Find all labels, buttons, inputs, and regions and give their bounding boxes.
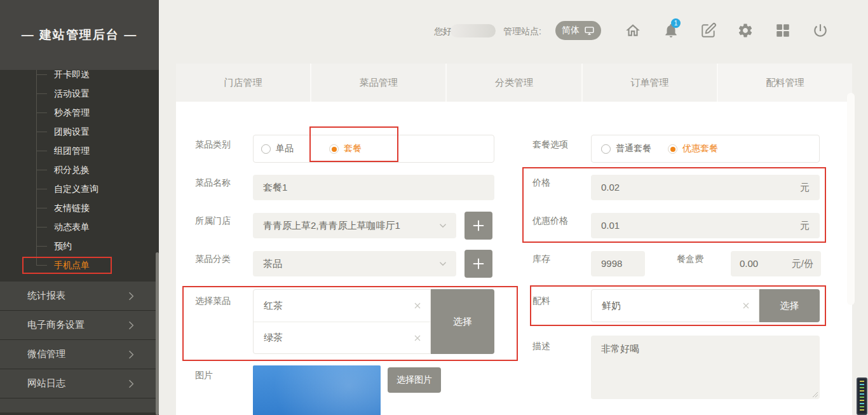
radio-label: 优惠套餐 <box>682 143 718 154</box>
discount-price-label: 优惠价格 <box>532 215 568 227</box>
add-class-button[interactable] <box>465 250 492 278</box>
stock-input[interactable]: 9998 <box>591 251 645 276</box>
grid-icon[interactable] <box>775 22 791 39</box>
boxfee-input[interactable]: 0.00 元/份 <box>731 251 821 276</box>
dish-type-radio-group: 单品 套餐 <box>253 135 494 163</box>
dish-category-type-label: 菜品类别 <box>195 139 231 151</box>
radio-circle <box>329 144 339 154</box>
sidebar-item-seckill[interactable]: 秒杀管理 <box>0 103 159 122</box>
sidebar-group-wechat[interactable]: 微信管理 <box>0 340 159 369</box>
chevron-right-icon <box>125 348 137 361</box>
sidebar-item-links[interactable]: 友情链接 <box>0 198 159 217</box>
dish-class-value: 茶品 <box>263 258 282 269</box>
chevron-down-icon <box>437 220 449 231</box>
dish-class-select[interactable]: 茶品 <box>253 251 456 276</box>
radio-label: 普通套餐 <box>616 143 651 154</box>
add-store-button[interactable] <box>465 212 492 240</box>
sidebar-item-custom-query[interactable]: 自定义查询 <box>0 179 159 198</box>
discount-price-value: 0.01 <box>601 220 620 231</box>
tab-dish-mgmt[interactable]: 菜品管理 <box>311 64 447 102</box>
sidebar-item-points[interactable]: 积分兑换 <box>0 160 159 179</box>
app-title: — 建站管理后台 — <box>0 0 159 70</box>
language-button[interactable]: 简体 <box>555 21 601 40</box>
plus-icon <box>470 217 487 235</box>
radio-single-dish[interactable]: 单品 <box>261 135 294 162</box>
select-dishes-button[interactable]: 选择 <box>431 289 494 354</box>
radio-circle <box>668 144 677 154</box>
discount-price-input[interactable]: 0.01 元 <box>591 213 820 238</box>
main-panel: 门店管理 菜品管理 分类管理 订单管理 配料管理 菜品类别 单品 套餐 菜品名称… <box>176 64 852 415</box>
close-icon[interactable] <box>412 301 423 311</box>
annotation-box-mobile-order <box>22 257 112 274</box>
radio-discount-combo[interactable]: 优惠套餐 <box>668 135 718 162</box>
image-label: 图片 <box>195 370 213 381</box>
group-label: 网站日志 <box>27 378 65 390</box>
store-label: 所属门店 <box>195 215 231 227</box>
sidebar-tree: 开卡即送 活动设置 秒杀管理 团购设置 组团管理 积分兑换 自定义查询 友情链接… <box>0 65 159 275</box>
tab-ingredient-mgmt[interactable]: 配料管理 <box>718 64 852 102</box>
gear-icon[interactable] <box>737 22 754 39</box>
tab-store-mgmt[interactable]: 门店管理 <box>176 64 311 102</box>
store-value: 青青原上草2,青青原上草咖啡厅1 <box>263 220 400 231</box>
site-label: 管理站点: <box>503 26 541 37</box>
selected-dishes-list: 红茶 绿茶 <box>253 289 431 354</box>
close-icon[interactable] <box>741 301 751 311</box>
store-select[interactable]: 青青原上草2,青青原上草咖啡厅1 <box>253 213 456 238</box>
language-label: 简体 <box>562 25 580 36</box>
sidebar-group-sitelog[interactable]: 网站日志 <box>0 369 159 398</box>
radio-circle <box>261 144 271 154</box>
tab-category-mgmt[interactable]: 分类管理 <box>447 64 582 102</box>
sidebar: 开卡即送 活动设置 秒杀管理 团购设置 组团管理 积分兑换 自定义查询 友情链接… <box>0 0 159 415</box>
sidebar-item-booking[interactable]: 预约 <box>0 236 159 255</box>
sidebar-item-activity[interactable]: 活动设置 <box>0 84 159 103</box>
description-label: 描述 <box>532 341 550 352</box>
group-label: 统计报表 <box>27 290 65 302</box>
close-icon[interactable] <box>412 333 423 343</box>
price-input[interactable]: 0.02 元 <box>591 175 820 200</box>
chevron-right-icon <box>125 290 137 303</box>
boxfee-value: 0.00 <box>740 258 758 269</box>
radio-normal-combo[interactable]: 普通套餐 <box>601 135 651 162</box>
group-label: 电子商务设置 <box>27 319 85 331</box>
sidebar-item-groupbuy[interactable]: 团购设置 <box>0 122 159 141</box>
dish-item-label: 红茶 <box>264 300 283 312</box>
notification-badge: 1 <box>671 18 681 28</box>
dish-class-label: 菜品分类 <box>195 254 231 265</box>
sidebar-group-stats[interactable]: 统计报表 <box>0 282 159 311</box>
sidebar-item-group-mgmt[interactable]: 组团管理 <box>0 141 159 160</box>
ingredient-item-label: 鲜奶 <box>602 300 621 312</box>
edit-icon[interactable] <box>700 22 717 39</box>
sidebar-group-ecommerce[interactable]: 电子商务设置 <box>0 311 159 340</box>
greeting-text: 您好 <box>434 26 452 37</box>
dish-name-input[interactable]: 套餐1 <box>253 175 494 200</box>
radio-combo-dish[interactable]: 套餐 <box>329 135 362 162</box>
chevron-down-icon <box>437 258 449 269</box>
radio-label: 单品 <box>276 143 294 154</box>
chevron-right-icon <box>125 378 137 390</box>
home-icon[interactable] <box>625 22 641 39</box>
dish-name-label: 菜品名称 <box>195 177 231 189</box>
group-label: 微信管理 <box>27 348 65 360</box>
power-icon[interactable] <box>812 22 829 39</box>
sidebar-filler-row <box>0 398 159 412</box>
tab-order-mgmt[interactable]: 订单管理 <box>583 64 718 102</box>
description-value: 非常好喝 <box>601 343 639 354</box>
dish-item-black-tea: 红茶 <box>254 290 430 322</box>
sidebar-item-dynamic-form[interactable]: 动态表单 <box>0 217 159 236</box>
resize-handle[interactable] <box>811 391 818 397</box>
boxfee-unit: 元/份 <box>792 251 813 276</box>
sidebar-scrollbar[interactable] <box>156 252 159 415</box>
stock-label: 库存 <box>532 254 550 265</box>
corner-widget-lines <box>860 381 864 412</box>
chevron-right-icon <box>125 319 137 332</box>
dish-item-label: 绿茶 <box>264 332 283 344</box>
select-ingredient-button[interactable]: 选择 <box>759 289 820 322</box>
ingredient-list: 鲜奶 <box>591 289 759 322</box>
select-image-button[interactable]: 选择图片 <box>388 367 441 393</box>
description-textarea[interactable]: 非常好喝 <box>591 336 820 399</box>
boxfee-label: 餐盒费 <box>677 254 703 265</box>
redacted-username <box>451 24 496 37</box>
page-scrollbar[interactable] <box>847 93 855 305</box>
corner-widget[interactable] <box>857 378 867 415</box>
monitor-icon <box>584 25 595 36</box>
